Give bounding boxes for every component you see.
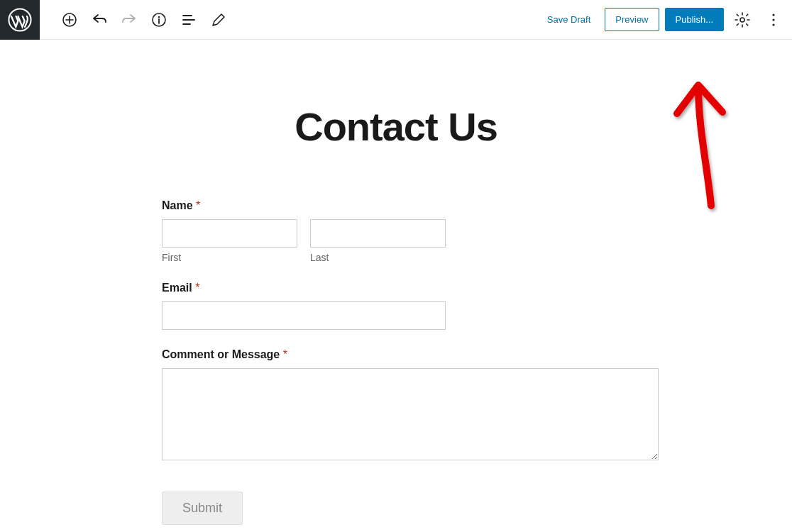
undo-icon <box>91 11 108 28</box>
email-field-group: Email * <box>162 282 644 330</box>
name-label-text: Name <box>162 199 193 211</box>
required-mark: * <box>195 282 199 294</box>
contact-form: Name * First Last Email * <box>148 199 644 525</box>
editor-canvas: Contact Us Name * First Last Email <box>0 40 792 532</box>
name-field-group: Name * First Last <box>162 199 644 263</box>
name-label: Name * <box>162 199 644 212</box>
last-sublabel: Last <box>310 252 446 263</box>
svg-point-3 <box>158 16 160 17</box>
pencil-icon <box>210 11 227 28</box>
wordpress-logo[interactable] <box>0 0 40 40</box>
toolbar-left-group <box>40 7 539 33</box>
more-options-button[interactable] <box>761 7 786 33</box>
svg-point-4 <box>740 18 744 22</box>
redo-icon <box>121 11 138 28</box>
preview-button[interactable]: Preview <box>605 8 659 31</box>
save-draft-button[interactable]: Save Draft <box>539 9 599 31</box>
plus-circle-icon <box>61 11 78 28</box>
redo-button[interactable] <box>116 7 142 33</box>
page-title[interactable]: Contact Us <box>0 104 792 150</box>
add-block-button[interactable] <box>57 7 82 33</box>
first-name-input[interactable] <box>162 219 297 248</box>
submit-button[interactable]: Submit <box>162 492 243 525</box>
message-label-text: Comment or Message <box>162 348 280 360</box>
editor-toolbar: Save Draft Preview Publish... <box>0 0 792 40</box>
first-sublabel: First <box>162 252 297 263</box>
toolbar-right-group: Save Draft Preview Publish... <box>539 7 792 33</box>
publish-button[interactable]: Publish... <box>665 8 724 31</box>
more-vertical-icon <box>765 11 782 28</box>
required-mark: * <box>196 199 200 211</box>
info-icon <box>150 11 167 28</box>
message-textarea[interactable] <box>162 368 659 460</box>
svg-point-6 <box>772 18 774 21</box>
edit-button[interactable] <box>206 7 231 33</box>
list-icon <box>180 11 197 28</box>
outline-button[interactable] <box>176 7 202 33</box>
svg-point-7 <box>772 23 774 26</box>
message-field-group: Comment or Message * <box>162 348 644 463</box>
info-button[interactable] <box>146 7 172 33</box>
email-input[interactable] <box>162 301 446 330</box>
gear-icon <box>734 11 751 28</box>
last-name-input[interactable] <box>310 219 446 248</box>
undo-button[interactable] <box>87 7 112 33</box>
svg-point-5 <box>772 13 774 16</box>
email-label-text: Email <box>162 282 192 294</box>
required-mark: * <box>283 348 287 360</box>
wordpress-icon <box>8 8 32 32</box>
email-label: Email * <box>162 282 644 294</box>
message-label: Comment or Message * <box>162 348 644 361</box>
settings-button[interactable] <box>730 7 755 33</box>
